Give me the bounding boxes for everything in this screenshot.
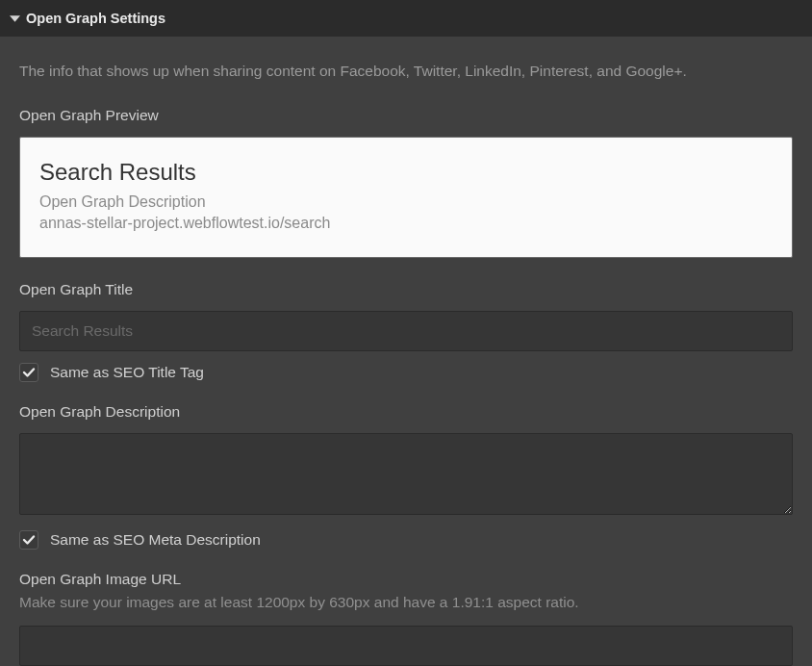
- same-as-seo-title-checkbox[interactable]: [19, 363, 38, 382]
- og-description-label: Open Graph Description: [19, 403, 793, 421]
- chevron-down-icon: [10, 13, 20, 24]
- og-preview-title: Search Results: [39, 159, 773, 186]
- checkmark-icon: [22, 533, 36, 547]
- og-description-input[interactable]: [19, 433, 793, 515]
- same-as-seo-meta-checkbox[interactable]: [19, 530, 38, 550]
- og-image-help: Make sure your images are at least 1200p…: [19, 594, 793, 611]
- og-preview-url: annas-stellar-project.webflowtest.io/sea…: [39, 215, 773, 232]
- og-preview-card: Search Results Open Graph Description an…: [19, 137, 793, 258]
- og-title-input[interactable]: [19, 311, 793, 351]
- checkmark-icon: [22, 366, 36, 379]
- og-title-label: Open Graph Title: [19, 281, 793, 298]
- panel-header[interactable]: Open Graph Settings: [0, 0, 812, 37]
- panel-title: Open Graph Settings: [26, 11, 165, 26]
- og-image-label: Open Graph Image URL: [19, 571, 793, 588]
- og-preview-description: Open Graph Description: [39, 193, 773, 211]
- og-image-url-input[interactable]: [19, 626, 793, 666]
- same-as-seo-meta-label: Same as SEO Meta Description: [50, 531, 261, 549]
- panel-description: The info that shows up when sharing cont…: [19, 60, 793, 82]
- same-as-seo-title-label: Same as SEO Title Tag: [50, 364, 204, 381]
- og-preview-label: Open Graph Preview: [19, 107, 793, 124]
